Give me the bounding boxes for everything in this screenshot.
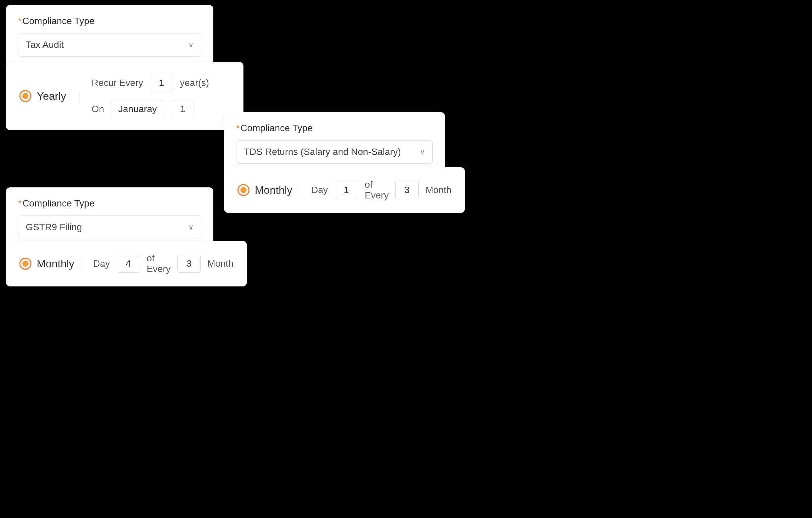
compliance-type-card-3: *Compliance Type TDS Returns (Salary and… <box>224 112 445 174</box>
monthly-recurrence-card-tds: Monthly Day 1 of Every 3 Month <box>224 167 465 213</box>
compliance-type-select-3[interactable]: TDS Returns (Salary and Non-Salary) ∨ <box>236 140 433 164</box>
monthly-radio-label-tds: Monthly <box>255 184 292 196</box>
compliance-type-label-1: *Compliance Type <box>18 16 201 26</box>
chevron-down-icon-3: ∨ <box>420 147 425 156</box>
day-value-tds[interactable]: 1 <box>335 181 358 199</box>
monthly-recurrence-card-gstr: Monthly Day 4 of Every 3 Month <box>6 241 247 287</box>
of-every-label-gstr: of Every <box>147 253 171 274</box>
monthly-radio-button-tds[interactable] <box>237 184 250 196</box>
yearly-on-row: On Januaray 1 <box>92 100 209 118</box>
monthly-radio-button-gstr[interactable] <box>20 258 31 270</box>
on-label: On <box>92 104 104 114</box>
monthly-row-tds: Monthly Day 1 of Every 3 Month <box>237 179 452 201</box>
compliance-type-value-5: GSTR9 Filing <box>26 222 82 233</box>
chevron-down-icon-5: ∨ <box>188 223 194 231</box>
compliance-type-select-5[interactable]: GSTR9 Filing ∨ <box>18 216 201 239</box>
day-label-tds: Day <box>311 185 328 195</box>
month-label-tds: Month <box>426 185 452 195</box>
compliance-type-label-5: *Compliance Type <box>18 198 201 209</box>
required-star-3: * <box>236 123 240 133</box>
every-value-tds[interactable]: 3 <box>395 181 419 199</box>
required-star-1: * <box>18 16 22 26</box>
recur-unit-label: year(s) <box>180 78 209 88</box>
monthly-radio-group-tds: Monthly <box>237 184 299 196</box>
yearly-radio-group: Yearly <box>20 90 80 102</box>
yearly-recur-every-row: Recur Every 1 year(s) <box>92 74 209 92</box>
month-label-gstr: Month <box>207 258 233 269</box>
compliance-type-label-3: *Compliance Type <box>236 123 433 134</box>
required-star-5: * <box>18 198 22 209</box>
compliance-type-select-1[interactable]: Tax Audit ∨ <box>18 33 201 57</box>
monthly-details-tds: Day 1 of Every 3 Month <box>299 179 452 201</box>
chevron-down-icon-1: ∨ <box>188 40 194 49</box>
compliance-type-card-5: *Compliance Type GSTR9 Filing ∨ <box>6 187 213 250</box>
day-input-yearly[interactable]: 1 <box>171 100 194 118</box>
compliance-type-card-1: *Compliance Type Tax Audit ∨ <box>6 5 213 67</box>
monthly-details-gstr: Day 4 of Every 3 Month <box>81 253 233 274</box>
compliance-type-value-1: Tax Audit <box>26 39 64 50</box>
month-input[interactable]: Januaray <box>111 100 164 118</box>
compliance-type-value-3: TDS Returns (Salary and Non-Salary) <box>244 146 401 157</box>
yearly-radio-label: Yearly <box>37 90 66 102</box>
yearly-recur-details: Recur Every 1 year(s) On Januaray 1 <box>80 74 209 118</box>
recur-every-input[interactable]: 1 <box>150 74 173 92</box>
of-every-label-tds: of Every <box>365 179 389 201</box>
yearly-recurrence-card: Yearly Recur Every 1 year(s) On Januaray… <box>6 62 243 130</box>
yearly-recur-row: Yearly Recur Every 1 year(s) On Januaray… <box>20 74 230 118</box>
monthly-radio-label-gstr: Monthly <box>37 258 74 270</box>
day-value-gstr[interactable]: 4 <box>117 255 140 273</box>
monthly-row-gstr: Monthly Day 4 of Every 3 Month <box>20 253 233 274</box>
day-label-gstr: Day <box>93 258 110 269</box>
recur-every-label: Recur Every <box>92 78 143 88</box>
every-value-gstr[interactable]: 3 <box>177 255 201 273</box>
yearly-radio-button[interactable] <box>20 90 31 102</box>
monthly-radio-group-gstr: Monthly <box>20 258 81 270</box>
